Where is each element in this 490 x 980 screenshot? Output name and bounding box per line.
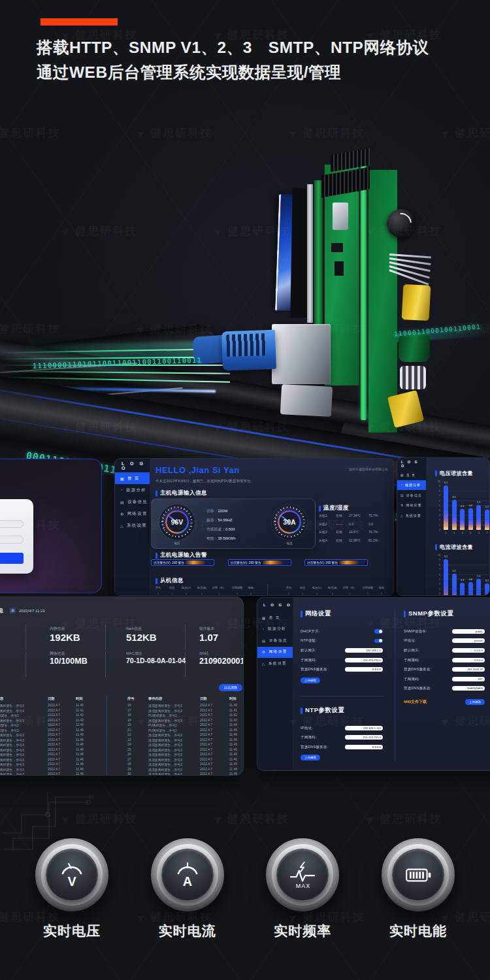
column-header: 功率（W）	[340, 586, 359, 589]
form-row: 子网掩码:255.255.255.0	[301, 655, 383, 665]
sidebar-item-energy[interactable]: ◔能源分析	[257, 624, 293, 636]
chip	[331, 243, 343, 252]
field-label: 首选DNS服务器:	[404, 667, 432, 672]
upload-button[interactable]: 上传修改	[301, 678, 320, 683]
field-value-input[interactable]: 0.0.0.0	[452, 658, 485, 662]
section-title-slave: 从机信息	[155, 577, 184, 585]
field-value-input[interactable]: 255.255.255.0	[345, 658, 383, 662]
table-cell: 25	[127, 748, 131, 751]
greeting: HELLO ,Jian Si Yan	[155, 465, 240, 475]
login-input[interactable]	[0, 536, 24, 544]
pcb-board	[314, 180, 323, 337]
sidebar-item-device[interactable]: ▤设备信息	[115, 496, 150, 508]
battery-button[interactable]	[382, 838, 455, 911]
network-icon: ⚙	[262, 650, 266, 654]
column-header: 电压(V)	[309, 586, 325, 589]
sidebar-item-home[interactable]: ▦首 页	[115, 472, 150, 484]
mib-download-link[interactable]: MIB文件下载	[404, 699, 427, 705]
sidebar-item-network[interactable]: ⚙网络设置	[115, 508, 150, 519]
chart-title-voltage: 电压谐波含量	[435, 470, 473, 477]
sidebar-item-home[interactable]: ▦首 页	[257, 612, 293, 624]
login-input[interactable]	[0, 520, 24, 528]
sidebar-item-system[interactable]: △系统设置	[115, 519, 150, 531]
info-value: 2109020001	[199, 657, 244, 666]
field-value-input[interactable]: SHENZHEN	[452, 686, 485, 691]
field-value-input[interactable]: public	[452, 629, 485, 634]
sidebar-item-network[interactable]: ⚙网络设置	[397, 500, 426, 511]
sidebar-item-network[interactable]: ⚙网络设置	[257, 647, 293, 659]
snmp-form: SNMP读指令:publicIP地址:private默认网关:0.0.0.0子网…	[404, 627, 485, 693]
system-icon: △	[120, 523, 124, 528]
logo: L O G O	[257, 598, 293, 612]
table-cell: 2022.4.7	[48, 758, 60, 761]
frequency-button[interactable]: MAX	[266, 838, 339, 911]
table-cell: 2022.4.7	[48, 719, 60, 722]
divider	[106, 695, 107, 776]
column-header: 序号	[127, 696, 135, 701]
column-header: 电压(V)	[178, 586, 194, 589]
capacitor	[399, 333, 430, 362]
sidebar-item-system[interactable]: △系统设置	[257, 658, 293, 670]
sidebar-item-label: 设备信息	[269, 638, 287, 644]
table-cell: 11.44	[76, 723, 84, 727]
cell-value: 1	[377, 592, 386, 595]
field-value-input[interactable]: JSY	[452, 677, 485, 681]
logo: L O G O	[397, 458, 426, 470]
cell-value: 1	[165, 592, 178, 595]
slave-name: 从机4	[319, 538, 336, 542]
svg-text:V: V	[67, 874, 76, 889]
field-value-input[interactable]: JSY-1041-IP	[452, 667, 485, 672]
field-label: 默认网关:	[404, 648, 420, 653]
table-cell: 2022.4.7	[48, 743, 60, 746]
toggle-switch[interactable]	[374, 629, 383, 634]
sidebar-item-device[interactable]: ▤设备信息	[397, 490, 426, 500]
upload-button[interactable]: 上传修改	[301, 755, 320, 760]
sidebar-item-system[interactable]: △系统设置	[397, 510, 426, 521]
table-cell: 11.46	[229, 753, 237, 756]
stat-label: 功率：	[206, 509, 218, 513]
sidebar-item-energy[interactable]: ◔能源分析	[397, 480, 426, 491]
table-cell: 26	[127, 753, 131, 756]
section-title-alarm: 主机电源输入告警	[155, 551, 207, 559]
capacitor	[400, 366, 426, 389]
cell-value: 1	[325, 592, 340, 595]
sidebar-item-device[interactable]: ▤设备信息	[257, 635, 293, 647]
field-value-input[interactable]: 0.0.0.0	[452, 648, 485, 653]
toggle-switch[interactable]	[374, 639, 383, 644]
stat-row: 功率：220W	[206, 506, 260, 515]
info-label: 网络信息	[50, 651, 65, 657]
column-header: 事件内容	[0, 696, 3, 701]
sidebar-item-energy[interactable]: ◔能源分析	[115, 484, 150, 496]
field-value-input[interactable]: 192.168.1.112	[345, 726, 383, 730]
field-value-input[interactable]: 255.255.255.0	[345, 735, 383, 740]
field-value-input[interactable]: 192.168.1.1	[345, 648, 383, 653]
clear-log-button[interactable]: 日志清除	[219, 684, 242, 691]
form-row: 首选DNS服务器:8.8.8.8	[301, 742, 383, 752]
table-cell: 2022.4.7	[200, 748, 212, 751]
axis-tick: 1	[434, 524, 440, 527]
info-label: 内存信息	[50, 626, 65, 632]
form-row: IP地址:private	[404, 636, 485, 646]
field-value-input[interactable]: private	[452, 638, 485, 643]
table-cell: PU离线警告，序号2	[0, 713, 19, 717]
table-cell: 2022.4.7	[200, 704, 212, 707]
table-cell: PU离线警告，序号2	[0, 728, 19, 732]
table-cell: 2022.4.7	[200, 772, 212, 776]
field-value-input[interactable]: 8.8.8.8	[345, 745, 383, 749]
voltmeter-button[interactable]: V	[35, 838, 108, 911]
column-header: 功率（W）	[210, 586, 228, 589]
watermark: ➤健思研科技	[365, 811, 442, 826]
table-cell: 温湿度离线警告，序号3	[148, 772, 182, 776]
frequency-icon: MAX	[276, 849, 329, 901]
field-label: 首选DNS服务器:	[301, 667, 329, 672]
bar	[468, 582, 473, 596]
ammeter-button[interactable]: A	[151, 838, 224, 911]
bar-value: 4.2	[483, 580, 490, 582]
sidebar-item-home[interactable]: ▦首 页	[397, 470, 426, 480]
upload-button[interactable]: 上传修改	[465, 699, 485, 705]
axis-tick: 9	[434, 485, 440, 487]
battery-icon	[392, 849, 444, 901]
sidebar-item-label: 首 页	[127, 476, 140, 482]
login-button[interactable]	[0, 553, 24, 564]
field-value-input[interactable]: 8.8.8.8	[345, 667, 383, 672]
